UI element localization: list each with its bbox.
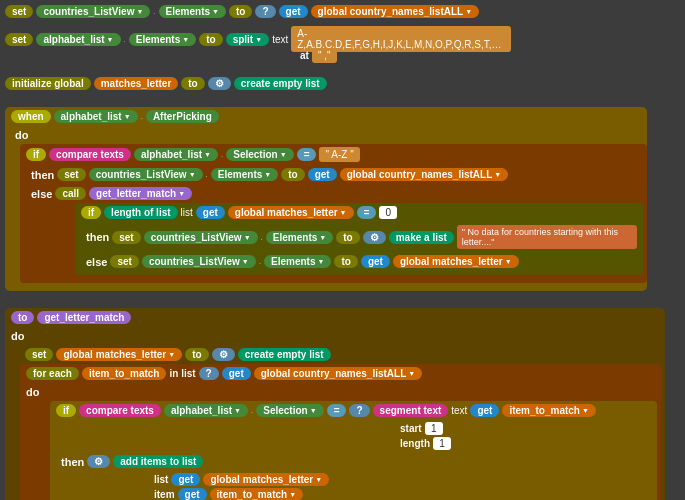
set-pill[interactable]: set (5, 5, 33, 18)
if-pill2: if (81, 206, 101, 219)
item-row: item get item_to_match ▼ (154, 488, 653, 500)
selection-pill1[interactable]: Selection ▼ (226, 148, 293, 161)
compare-texts-pill2: compare texts (79, 404, 161, 417)
block-initialize-global: initialize global matches_letter to ⚙ cr… (5, 77, 327, 90)
selection-pill2[interactable]: Selection ▼ (256, 404, 323, 417)
if-block-outer: if compare texts alphabet_list ▼ . Selec… (20, 144, 647, 283)
start-length-area: start 1 length 1 (400, 420, 657, 452)
make-a-list-pill: make a list (389, 231, 454, 244)
set-pill6: set (25, 348, 53, 361)
gear-icon3: ⚙ (212, 348, 235, 361)
list-item-area: list get global matches_letter ▼ item ge… (150, 471, 657, 500)
to-pill2: to (199, 33, 222, 46)
get-letter-match-pill1[interactable]: get_letter_match ▼ (89, 187, 192, 200)
set-pill5: set (110, 255, 138, 268)
set-pill2[interactable]: set (5, 33, 33, 46)
for-each-pill: for each (26, 367, 79, 380)
if-row2: if length of list list get global matche… (75, 203, 643, 222)
else-call-row: else call get_letter_match ▼ (20, 184, 647, 203)
global-matches-letter-pill1[interactable]: global matches_letter ▼ (228, 206, 354, 219)
get-pill8: get (178, 488, 207, 500)
to-pill7: to (185, 348, 208, 361)
add-items-to-list-pill: add items to list (113, 455, 203, 468)
item-to-match-pill3[interactable]: item_to_match ▼ (210, 488, 304, 500)
matches-letter-pill[interactable]: matches_letter (94, 77, 179, 90)
eq-pill3: = (327, 404, 347, 417)
if-pill1: if (26, 148, 46, 161)
global-matches-letter-pill4[interactable]: global matches_letter ▼ (203, 473, 329, 486)
length-row: length 1 (400, 437, 657, 450)
alphabet-list-pill4[interactable]: alphabet_list ▼ (164, 404, 248, 417)
when-header: when alphabet_list ▼ . AfterPicking (5, 107, 647, 126)
to-pill3: to (181, 77, 204, 90)
elements-pill3[interactable]: Elements ▼ (211, 168, 278, 181)
create-empty-list-pill2: create empty list (238, 348, 331, 361)
do-label2: do (5, 327, 665, 345)
get-pill5: get (222, 367, 251, 380)
for-each-row: for each item_to_match in list ? get glo… (20, 364, 661, 383)
alphabet-list-pill2[interactable]: alphabet_list ▼ (54, 110, 138, 123)
alphabet-list-pill3[interactable]: alphabet_list ▼ (134, 148, 218, 161)
global-country-names-pill2[interactable]: global country_names_listALL ▼ (340, 168, 509, 181)
start-row: start 1 (400, 422, 657, 435)
canvas: set countries_ListView ▼ . Elements ▼ to… (0, 0, 685, 500)
do3-row: do (20, 383, 661, 401)
get-pill6: get (470, 404, 499, 417)
then-row1: then set countries_ListView ▼ . Elements… (20, 165, 647, 184)
if-pill3: if (56, 404, 76, 417)
gear-icon2: ⚙ (363, 231, 386, 244)
countries-listview-pill[interactable]: countries_ListView ▼ (36, 5, 150, 18)
set-pill4: set (112, 231, 140, 244)
elements-pill2[interactable]: Elements ▼ (129, 33, 196, 46)
elements-pill5[interactable]: Elements ▼ (264, 255, 331, 268)
comma-value: " ," (312, 48, 337, 63)
alphabet-list-pill1[interactable]: alphabet_list ▼ (36, 33, 120, 46)
countries-listview-pill2[interactable]: countries_ListView ▼ (89, 168, 203, 181)
for-each-block: for each item_to_match in list ? get glo… (20, 364, 661, 500)
else-row2: else set countries_ListView ▼ . Elements… (75, 252, 643, 271)
countries-listview-pill4[interactable]: countries_ListView ▼ (142, 255, 256, 268)
get-pill4: get (361, 255, 390, 268)
question-icon3: ? (349, 404, 369, 417)
length-of-list-pill: length of list (104, 206, 177, 219)
block-set-countries-listview: set countries_ListView ▼ . Elements ▼ to… (5, 5, 479, 18)
gear-icon1: ⚙ (208, 77, 231, 90)
item-to-match-pill[interactable]: item_to_match (82, 367, 167, 380)
list-row: list get global matches_letter ▼ (154, 473, 653, 486)
then-row2: then set countries_ListView ▼ . Elements… (75, 222, 643, 252)
to-label-pill: to (11, 311, 34, 324)
if-row3: if compare texts alphabet_list ▼ . Selec… (50, 401, 657, 420)
elements-pill[interactable]: Elements ▼ (159, 5, 226, 18)
block-set-alphabet-list: set alphabet_list ▼ . Elements ▼ to spli… (5, 26, 511, 52)
if-block-innermost: if compare texts alphabet_list ▼ . Selec… (50, 401, 657, 500)
get-letter-match-pill2[interactable]: get_letter_match (37, 311, 131, 324)
compare-texts-pill1: compare texts (49, 148, 131, 161)
global-matches-letter-pill2[interactable]: global matches_letter ▼ (393, 255, 519, 268)
set-global-empty: set global matches_letter ▼ to ⚙ create … (5, 345, 665, 364)
afterpicking-pill[interactable]: AfterPicking (146, 110, 219, 123)
global-country-names-pill[interactable]: global country_names_listALL ▼ (311, 5, 480, 18)
countries-listview-pill3[interactable]: countries_ListView ▼ (144, 231, 258, 244)
get-pill1[interactable]: get (279, 5, 308, 18)
set-pill3: set (57, 168, 85, 181)
do-label: do (5, 126, 647, 144)
block-at-comma: at " ," (300, 48, 337, 63)
if-block-inner: if length of list list get global matche… (75, 203, 643, 275)
split-pill[interactable]: split ▼ (226, 33, 270, 46)
get-pill3: get (196, 206, 225, 219)
to-pill6: to (334, 255, 357, 268)
global-matches-letter-pill3[interactable]: global matches_letter ▼ (56, 348, 182, 361)
item-to-match-pill2[interactable]: item_to_match ▼ (502, 404, 596, 417)
when-block-container: when alphabet_list ▼ . AfterPicking do i… (5, 107, 647, 291)
initialize-global-pill: initialize global (5, 77, 91, 90)
zero-slot: 0 (379, 206, 397, 219)
to-get-letter-match-block: to get_letter_match do set global matche… (5, 308, 665, 500)
call-pill: call (55, 187, 86, 200)
then-row3: then ⚙ add items to list (50, 452, 657, 471)
elements-pill4[interactable]: Elements ▼ (266, 231, 333, 244)
global-country-names-pill3[interactable]: global country_names_listALL ▼ (254, 367, 423, 380)
no-data-text-pill: " No data for countries starting with th… (457, 225, 637, 249)
az-value-pill: " A-Z " (319, 147, 359, 162)
to-pill: to (229, 5, 252, 18)
eq-pill1: = (297, 148, 317, 161)
